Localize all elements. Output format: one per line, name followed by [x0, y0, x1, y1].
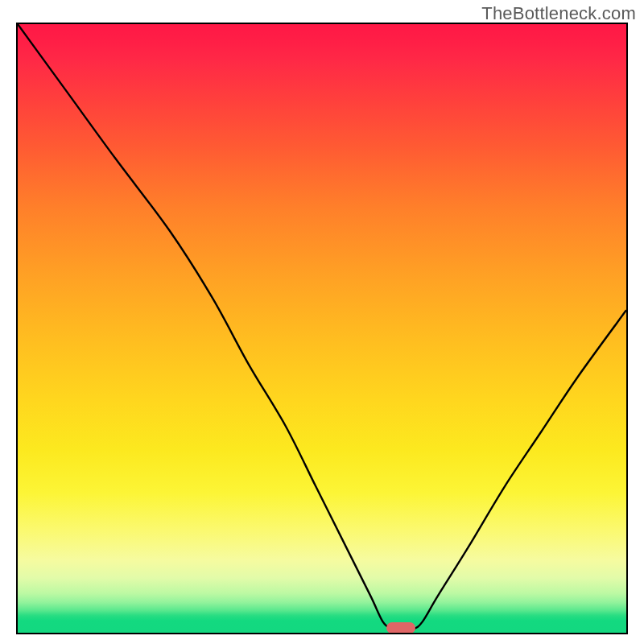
- plot-area: [16, 23, 628, 634]
- bottleneck-curve-path: [18, 24, 626, 630]
- chart-container: TheBottleneck.com: [0, 0, 644, 644]
- curve-svg: [18, 24, 626, 633]
- watermark-text: TheBottleneck.com: [481, 3, 636, 24]
- optimal-marker: [386, 622, 415, 634]
